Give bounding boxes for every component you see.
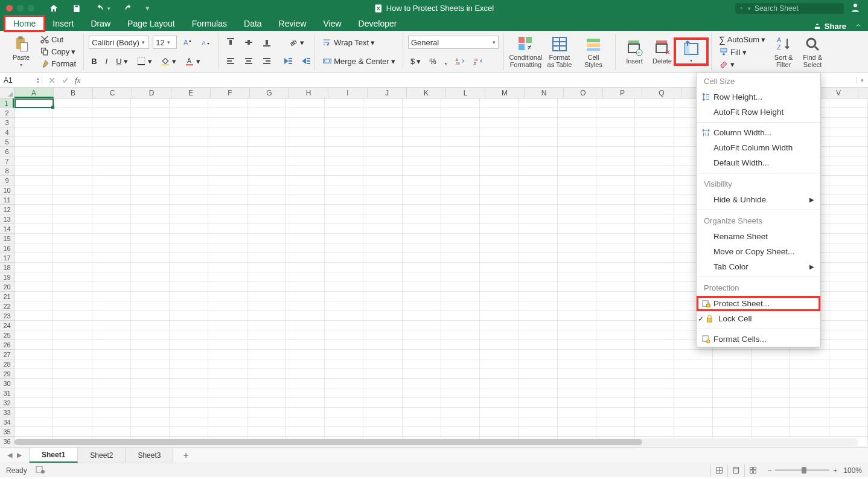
row-header-17[interactable]: 17 (0, 253, 14, 263)
undo-icon[interactable]: ▾ (92, 2, 113, 14)
copy-button[interactable]: Copy ▾ (37, 45, 78, 57)
tab-insert[interactable]: Insert (44, 16, 82, 31)
normal-view-icon[interactable] (710, 465, 727, 477)
row-header-6[interactable]: 6 (0, 147, 14, 156)
currency-button[interactable]: $ ▾ (408, 56, 423, 67)
col-header-M[interactable]: M (485, 88, 525, 98)
underline-button[interactable]: U ▾ (113, 56, 130, 67)
close-dot[interactable] (6, 5, 13, 11)
select-all-corner[interactable] (0, 88, 14, 98)
row-header-33[interactable]: 33 (0, 408, 14, 417)
macro-record-icon[interactable] (36, 465, 45, 475)
font-size-combo[interactable]: 12▾ (153, 36, 177, 49)
row-header-8[interactable]: 8 (0, 166, 14, 176)
row-header-32[interactable]: 32 (0, 398, 14, 408)
row-header-18[interactable]: 18 (0, 263, 14, 272)
fx-label[interactable]: fx (75, 76, 80, 85)
decrease-indent-icon[interactable] (281, 55, 296, 67)
row-header-24[interactable]: 24 (0, 321, 14, 330)
sheet-tab-3[interactable]: Sheet3 (126, 448, 173, 463)
find-select-button[interactable]: Find & Select (799, 33, 826, 70)
page-break-view-icon[interactable] (744, 465, 761, 477)
zoom-slider[interactable]: − + (767, 466, 837, 475)
zoom-out-button[interactable]: − (767, 466, 771, 475)
save-icon[interactable] (69, 2, 84, 14)
col-header-D[interactable]: D (132, 88, 171, 98)
qat-more[interactable]: ▾ (145, 4, 150, 13)
comma-button[interactable]: , (442, 56, 450, 67)
border-button[interactable]: ▾ (134, 55, 155, 67)
row-header-10[interactable]: 10 (0, 185, 14, 195)
menu-default-width[interactable]: Default Width... (697, 155, 820, 170)
col-header-F[interactable]: F (211, 88, 250, 98)
col-header-C[interactable]: C (93, 88, 132, 98)
fill-button[interactable]: Fill ▾ (716, 46, 768, 58)
row-header-36[interactable]: 36 (0, 437, 14, 446)
increase-indent-icon[interactable] (299, 55, 314, 67)
row-header-2[interactable]: 2 (0, 108, 14, 118)
insert-cells-button[interactable]: +Insert (621, 39, 648, 65)
menu-tab-color[interactable]: Tab Color▶ (697, 259, 820, 274)
merge-center-button[interactable]: Merge & Center ▾ (320, 55, 398, 67)
menu-autofit-row[interactable]: AutoFit Row Height (697, 104, 820, 120)
add-sheet-button[interactable]: + (173, 448, 198, 463)
col-header-L[interactable]: L (446, 88, 485, 98)
row-headers[interactable]: 1234567891011121314151617181920212223242… (0, 98, 14, 446)
menu-rename-sheet[interactable]: Rename Sheet (697, 229, 820, 244)
row-header-15[interactable]: 15 (0, 234, 14, 243)
row-header-31[interactable]: 31 (0, 388, 14, 398)
orientation-icon[interactable]: ab▾ (286, 36, 307, 48)
col-header-O[interactable]: O (564, 88, 603, 98)
col-header-P[interactable]: P (603, 88, 642, 98)
row-header-34[interactable]: 34 (0, 417, 14, 427)
name-box[interactable]: A1▴▾ (0, 76, 42, 85)
row-header-21[interactable]: 21 (0, 292, 14, 301)
cancel-icon[interactable] (48, 77, 56, 84)
menu-move-copy[interactable]: Move or Copy Sheet... (697, 244, 820, 259)
format-cells-button[interactable]: ▾ (676, 40, 706, 63)
row-header-19[interactable]: 19 (0, 272, 14, 282)
sort-filter-button[interactable]: AZSort & Filter (770, 33, 797, 70)
expand-formula-bar[interactable]: ▾ (856, 77, 868, 83)
horizontal-scrollbar[interactable] (14, 439, 858, 446)
sheet-nav[interactable]: ◀▶ (0, 448, 30, 463)
conditional-formatting-button[interactable]: ≠Conditional Formatting (509, 36, 543, 68)
row-header-25[interactable]: 25 (0, 330, 14, 340)
share-button[interactable]: Share (813, 22, 846, 31)
fill-color-button[interactable]: ▾ (158, 55, 179, 67)
delete-cells-button[interactable]: ✕Delete (648, 39, 676, 65)
row-header-5[interactable]: 5 (0, 137, 14, 147)
row-header-26[interactable]: 26 (0, 340, 14, 350)
menu-protect-sheet[interactable]: Protect Sheet... (697, 296, 820, 311)
menu-lock-cell[interactable]: ✓Lock Cell (697, 311, 820, 326)
col-header-J[interactable]: J (368, 88, 407, 98)
paste-button[interactable]: Paste▾ (8, 33, 34, 70)
row-header-12[interactable]: 12 (0, 205, 14, 214)
wrap-text-button[interactable]: Wrap Text ▾ (320, 36, 377, 48)
row-header-7[interactable]: 7 (0, 156, 14, 166)
col-header-B[interactable]: B (54, 88, 93, 98)
align-bottom-icon[interactable] (260, 36, 274, 48)
row-header-35[interactable]: 35 (0, 427, 14, 437)
row-header-1[interactable]: 1 (0, 98, 14, 108)
cell-styles-button[interactable]: Cell Styles (576, 36, 610, 68)
accept-icon[interactable] (62, 77, 69, 84)
col-header-V[interactable]: V (819, 88, 858, 98)
row-header-14[interactable]: 14 (0, 224, 14, 234)
row-header-22[interactable]: 22 (0, 301, 14, 311)
format-painter-button[interactable]: Format (37, 58, 78, 70)
menu-autofit-col[interactable]: AutoFit Column Width (697, 140, 820, 155)
align-right-icon[interactable] (260, 55, 274, 67)
tab-home[interactable]: Home (5, 16, 44, 31)
align-top-icon[interactable] (223, 36, 238, 48)
home-icon[interactable] (46, 2, 61, 14)
clear-button[interactable]: ▾ (716, 58, 768, 70)
italic-button[interactable]: I (103, 56, 110, 67)
font-color-button[interactable]: A▾ (182, 55, 203, 67)
row-header-4[interactable]: 4 (0, 127, 14, 137)
tab-page-layout[interactable]: Page Layout (119, 16, 183, 31)
zoom-level[interactable]: 100% (843, 466, 862, 475)
align-middle-icon[interactable] (241, 36, 256, 48)
redo-icon[interactable] (121, 2, 136, 14)
col-header-H[interactable]: H (289, 88, 328, 98)
